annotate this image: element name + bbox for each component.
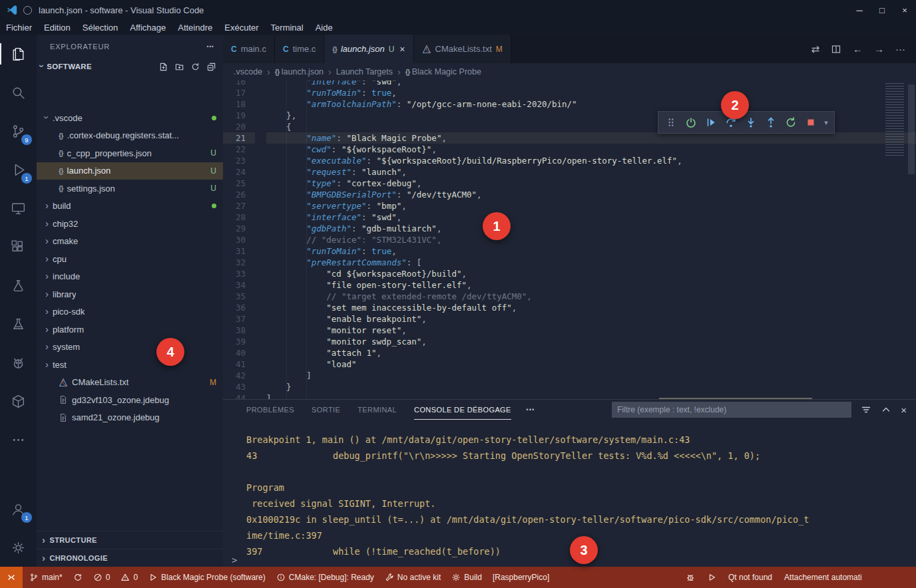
maximize-button[interactable]: □ [871, 0, 893, 20]
panel-tab-console-de-debogage[interactable]: CONSOLE DE DÉBOGAGE [414, 400, 511, 420]
tab-cmakelists-txt[interactable]: CMakeLists.txtM [414, 35, 511, 63]
tree-item-cpu[interactable]: ›cpu [37, 250, 223, 268]
menu-atteindre[interactable]: Atteindre [172, 20, 218, 35]
close-icon[interactable]: × [399, 44, 405, 55]
menu-edition[interactable]: Edition [38, 20, 77, 35]
tree-item-system[interactable]: ›system [37, 339, 223, 357]
tree-item-samd21-ozone-jdebug[interactable]: samd21_ozone.jdebug [37, 409, 223, 427]
menu-executer[interactable]: Exécuter [218, 20, 264, 35]
panel-more-icon[interactable]: ··· [526, 404, 535, 416]
status-item[interactable] [686, 573, 695, 582]
tree-item-platform[interactable]: ›platform [37, 321, 223, 339]
activity-run-debug[interactable]: 1 [0, 150, 37, 189]
status-item[interactable] [707, 573, 716, 582]
breadcrumb-launch-targets[interactable]: Launch Targets [336, 67, 393, 76]
status-cmake-debug-ready[interactable]: CMake: [Debug]: Ready [276, 573, 374, 582]
status-0[interactable]: 0 [93, 573, 111, 582]
debug-console-output[interactable]: Breakpoint 1, main () at /mnt/data/git/o… [223, 420, 916, 567]
forward-icon[interactable]: → [874, 43, 884, 55]
activity-search[interactable] [0, 73, 37, 112]
panel-close-icon[interactable]: × [901, 404, 907, 416]
close-button[interactable]: × [893, 0, 916, 20]
section-software[interactable]: › SOFTWARE [37, 59, 223, 74]
tree-item-pico-sdk[interactable]: ›pico-sdk [37, 303, 223, 321]
split-editor-icon[interactable] [831, 44, 841, 55]
compare-changes-icon[interactable]: ⇄ [811, 43, 819, 55]
activity-explorer[interactable] [0, 35, 37, 73]
debug-console-prompt[interactable]: > [232, 555, 237, 565]
status-build[interactable]: Build [451, 573, 482, 582]
section-structure[interactable]: › STRUCTURE [37, 531, 223, 549]
tree-item-library[interactable]: ›library [37, 285, 223, 303]
tree-item-include[interactable]: ›include [37, 268, 223, 286]
drag-handle-icon[interactable] [662, 114, 680, 131]
tab-time-c[interactable]: Ctime.c [275, 35, 324, 63]
stop-icon[interactable] [802, 114, 819, 131]
activity-extensions[interactable] [0, 227, 37, 266]
continue-icon[interactable] [702, 114, 720, 131]
tree-item-launch-json[interactable]: {}launch.jsonU [37, 162, 223, 180]
panel-tab-terminal[interactable]: TERMINAL [357, 400, 397, 420]
breadcrumb-launch-json[interactable]: {} launch.json [275, 67, 324, 76]
activity-bug-extension[interactable] [0, 343, 37, 382]
status-main[interactable]: main* [29, 573, 63, 582]
menu-affichage[interactable]: Affichage [124, 20, 172, 35]
code-editor[interactable]: 1617181920212223242526272829303132333435… [223, 80, 916, 399]
minimize-button[interactable]: ─ [848, 0, 871, 20]
tree-item-settings-json[interactable]: {}settings.jsonU [37, 180, 223, 198]
debug-filter-input[interactable] [612, 402, 851, 418]
minimap[interactable] [885, 83, 904, 158]
step-into-icon[interactable] [742, 114, 760, 131]
tree-item-test[interactable]: ›test [37, 356, 223, 374]
back-icon[interactable]: ← [853, 43, 863, 55]
new-folder-icon[interactable] [174, 62, 184, 72]
remote-indicator[interactable] [0, 567, 23, 588]
panel-tab-problemes[interactable]: PROBLÈMES [246, 400, 294, 420]
status-qt-not-found[interactable]: Qt not found [728, 573, 772, 582]
activity-package-extension[interactable] [0, 382, 37, 420]
refresh-icon[interactable] [190, 62, 200, 72]
power-icon[interactable] [682, 114, 700, 131]
status-raspberrypico[interactable]: [RaspberryPico] [493, 573, 549, 582]
tab-launch-json[interactable]: {}launch.jsonU× [324, 35, 413, 63]
panel-maximize-icon[interactable] [881, 404, 891, 415]
status-black-magic-probe-software[interactable]: Black Magic Probe (software) [148, 573, 266, 582]
tree-item-cmake[interactable]: ›cmake [37, 233, 223, 251]
activity-testing[interactable] [0, 266, 37, 305]
new-file-icon[interactable] [158, 62, 168, 72]
activity-remote-explorer[interactable] [0, 189, 37, 227]
breadcrumb-vscode[interactable]: .vscode [234, 67, 262, 76]
section-chronologie[interactable]: › CHRONOLOGIE [37, 549, 223, 567]
restart-icon[interactable] [782, 114, 800, 131]
editor-more-icon[interactable]: ··· [895, 43, 905, 55]
tree-item-cortex-debug-registers-stat[interactable]: {}.cortex-debug.registers.stat... [37, 127, 223, 145]
tab-main-c[interactable]: Cmain.c [223, 35, 275, 63]
tree-item-cmakelists-txt[interactable]: CMakeLists.txtM [37, 374, 223, 392]
activity-source-control[interactable]: 9 [0, 112, 37, 150]
activity-more[interactable] [0, 420, 37, 459]
collapse-all-icon[interactable] [206, 62, 216, 72]
filter-icon[interactable] [861, 404, 871, 415]
status-attachement-automati[interactable]: Attachement automati [784, 573, 862, 582]
editor-scrollbar[interactable] [908, 84, 915, 174]
menu-fichier[interactable]: Fichier [0, 20, 38, 35]
menu-aide[interactable]: Aide [310, 20, 339, 35]
tree-item-gd32vf103-ozone-jdebug[interactable]: gd32vf103_ozone.jdebug [37, 391, 223, 409]
status-0[interactable]: 0 [120, 573, 138, 582]
status-no-active-kit[interactable]: No active kit [385, 573, 441, 582]
tree-item-c-cpp-properties-json[interactable]: {}c_cpp_properties.jsonU [37, 144, 223, 162]
activity-settings[interactable] [0, 528, 37, 567]
breadcrumb-black-magic-probe[interactable]: {} Black Magic Probe [405, 67, 481, 76]
tree-item-vscode[interactable]: ›.vscode [37, 109, 223, 127]
stop-chevron-icon[interactable]: ▾ [822, 114, 830, 131]
menu-selection[interactable]: Sélection [77, 20, 124, 35]
add-configuration-button[interactable]: Ajouter une configuration... [659, 398, 812, 399]
activity-flask-extension[interactable] [0, 305, 37, 343]
tree-item-chip32[interactable]: ›chip32 [37, 215, 223, 233]
menu-terminal[interactable]: Terminal [265, 20, 310, 35]
activity-accounts[interactable]: 1 [0, 490, 37, 528]
tree-item-build[interactable]: ›build [37, 198, 223, 216]
step-out-icon[interactable] [762, 114, 780, 131]
panel-tab-sortie[interactable]: SORTIE [312, 400, 340, 420]
sidebar-more-icon[interactable]: ··· [206, 41, 214, 52]
